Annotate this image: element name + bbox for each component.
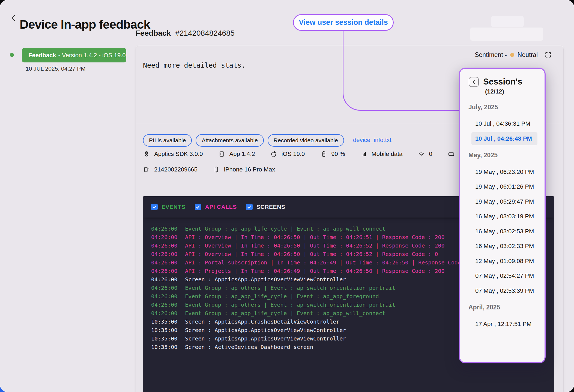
- session-month-header: May, 2025: [460, 147, 545, 164]
- log-message: Event Group : ap_app_life_cycle | Event …: [185, 310, 385, 316]
- filter-label: EVENTS: [162, 204, 186, 210]
- checkbox-checked-icon[interactable]: [246, 204, 253, 210]
- device-info-label: App 1.4.2: [229, 150, 255, 158]
- availability-chip[interactable]: Attachments available: [196, 134, 264, 147]
- log-timestamp: 04:26:00: [151, 242, 177, 250]
- layers-icon: [143, 150, 150, 158]
- log-message: Screen : AppticsApp.AppticsOverViewViewC…: [185, 335, 346, 342]
- log-timestamp: 04:26:00: [151, 233, 177, 242]
- log-message: Screen : AppticsApp.AppticsOverViewViewC…: [185, 327, 346, 333]
- session-label: 17 Apr , 12:17:51 PM: [475, 321, 532, 328]
- session-label: 16 May , 03:03:19 PM: [475, 213, 534, 220]
- log-timestamp: 10:35:00: [151, 318, 177, 326]
- log-timestamp: 04:26:00: [151, 292, 177, 301]
- sessions-back-button[interactable]: [469, 77, 479, 87]
- device-info-item: iPhone 16 Pro Max: [213, 166, 275, 173]
- log-timestamp: 04:26:00: [151, 250, 177, 258]
- sessions-title: Session's: [483, 77, 522, 87]
- filter-label: SCREENS: [256, 204, 285, 210]
- log-filter[interactable]: SCREENS: [246, 204, 285, 210]
- session-label: 07 May , 02:54:27 PM: [475, 272, 534, 279]
- device-info-label: iOS 19.0: [282, 150, 305, 158]
- log-message: API : Portal subscription | In Time : 04…: [185, 259, 481, 266]
- session-label: 19 May , 05:29:47 PM: [475, 198, 534, 205]
- sentiment-dot-icon: [510, 53, 514, 57]
- session-label: May, 2025: [468, 152, 498, 159]
- blurred-element: [470, 28, 543, 41]
- device-info-row: 2142002209665 iPhone 16 Pro Max: [143, 166, 275, 173]
- session-item[interactable]: 07 May , 02:53:39 PM: [471, 284, 537, 297]
- log-timestamp: 04:26:00: [151, 301, 177, 309]
- log-timestamp: 04:26:00: [151, 267, 177, 275]
- attachment-link[interactable]: device_info.txt: [353, 137, 391, 144]
- feedback-version-button[interactable]: Feedback - Version 1.4.2 - iOS 19.0: [22, 48, 126, 62]
- fullscreen-icon: [545, 51, 552, 58]
- session-item[interactable]: 19 May , 06:23:20 PM: [471, 165, 537, 179]
- checkbox-checked-icon[interactable]: [151, 204, 158, 210]
- feedback-version-suffix: - Version 1.4.2 - iOS 19.0: [58, 52, 126, 59]
- session-label: 19 May , 06:01:26 PM: [475, 183, 534, 190]
- log-timestamp: 04:26:00: [151, 275, 177, 284]
- sessions-list: July, 2025 10 Jul , 04:36:31 PM 10 Jul ,…: [460, 99, 545, 331]
- session-item[interactable]: 17 Apr , 12:17:51 PM: [471, 318, 537, 331]
- availability-chip[interactable]: Recorded video available: [268, 134, 344, 147]
- session-item[interactable]: 19 May , 06:01:26 PM: [471, 180, 537, 193]
- status-dot: [10, 53, 14, 57]
- session-label: 10 Jul , 04:26:48 PM: [475, 135, 532, 142]
- session-label: 12 May , 01:09:08 PM: [475, 258, 534, 265]
- device-info-label: 0: [429, 150, 432, 158]
- session-month-header: July, 2025: [460, 99, 545, 116]
- log-timestamp: 10:35:00: [151, 326, 177, 334]
- log-timestamp: 04:26:00: [151, 225, 177, 233]
- checkbox-checked-icon[interactable]: [195, 204, 201, 210]
- log-message: API : Projects | In Time : 04:26:49 | Ou…: [185, 268, 444, 274]
- log-message: API : Overview | In Time : 04:26:50 | Ou…: [185, 234, 444, 240]
- chips-row: PII is available Attachments available R…: [143, 134, 344, 147]
- sentiment-row: Sentiment - Neutral: [475, 51, 552, 59]
- session-label: 07 May , 02:53:39 PM: [475, 287, 534, 294]
- log-message: API : Overview | In Time : 04:26:50 | Ou…: [185, 242, 444, 249]
- feedback-heading-label: Feedback: [136, 29, 171, 38]
- device-info-item: App 1.4.2: [218, 150, 255, 158]
- session-item[interactable]: 16 May , 03:02:53 PM: [471, 225, 537, 238]
- sessions-count: (12/12): [483, 88, 522, 95]
- feedback-timestamp: 10 JUL 2025, 04:27 PM: [26, 65, 86, 72]
- device-info-label: 2142002209665: [154, 166, 198, 173]
- log-filter[interactable]: EVENTS: [151, 204, 186, 210]
- log-message: Event Group : ap_app_life_cycle | Event …: [185, 225, 385, 232]
- log-message: Screen : AppticsApp.AppticsOverViewViewC…: [185, 276, 346, 283]
- back-button[interactable]: [8, 12, 19, 24]
- device-info-item: Mobile data: [360, 150, 403, 158]
- session-item[interactable]: 16 May , 03:02:33 PM: [471, 240, 537, 253]
- device-id-icon: [143, 166, 150, 173]
- sentiment-label: Sentiment -: [475, 51, 507, 59]
- filter-label: API CALLS: [205, 204, 237, 210]
- session-label: April, 2025: [468, 304, 500, 311]
- log-timestamp: 04:26:00: [151, 258, 177, 267]
- device-info-label: 90 %: [331, 150, 345, 158]
- feedback-id: #2142084824685: [175, 29, 235, 38]
- device-info-label: Mobile data: [372, 150, 403, 158]
- device-info-item: 2142002209665: [143, 166, 198, 173]
- expand-button[interactable]: [544, 51, 552, 59]
- log-filter[interactable]: API CALLS: [195, 204, 237, 210]
- session-label: 16 May , 03:02:53 PM: [475, 228, 534, 235]
- device-info-item: Apptics SDK 3.0.0: [143, 150, 203, 158]
- session-item[interactable]: 12 May , 01:09:08 PM: [471, 255, 537, 268]
- session-label: 19 May , 06:23:20 PM: [475, 168, 534, 176]
- device-info-row: Apptics SDK 3.0.0 App 1.4.2 iOS 19.0: [143, 150, 459, 158]
- session-item[interactable]: 16 May , 03:03:19 PM: [471, 210, 537, 223]
- sentiment-value: Neutral: [518, 51, 538, 59]
- availability-chip[interactable]: PII is available: [143, 134, 192, 147]
- session-item[interactable]: 10 Jul , 04:36:31 PM: [471, 117, 537, 130]
- log-message: Screen : ActiveDevices Dashboard screen: [185, 344, 313, 350]
- session-item[interactable]: 10 Jul , 04:26:48 PM: [471, 132, 537, 145]
- log-message: Event Group : ap_others | Event : ap_swi…: [185, 285, 395, 291]
- session-item[interactable]: 07 May , 02:54:27 PM: [471, 269, 537, 282]
- app-icon: [218, 150, 225, 158]
- blurred-element: [491, 16, 524, 27]
- log-message: API : Overview | In Time : 04:26:50 | Ou…: [185, 251, 438, 257]
- session-label: 16 May , 03:02:33 PM: [475, 243, 534, 250]
- session-item[interactable]: 19 May , 05:29:47 PM: [471, 195, 537, 208]
- sessions-panel: Session's (12/12) July, 2025 10 Jul , 04…: [459, 68, 546, 363]
